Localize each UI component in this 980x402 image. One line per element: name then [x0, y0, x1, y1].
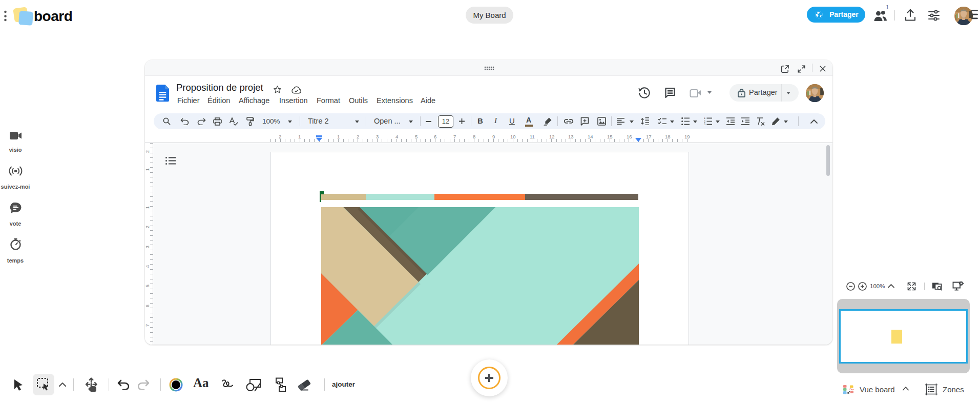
svg-text:3: 3	[704, 123, 705, 125]
